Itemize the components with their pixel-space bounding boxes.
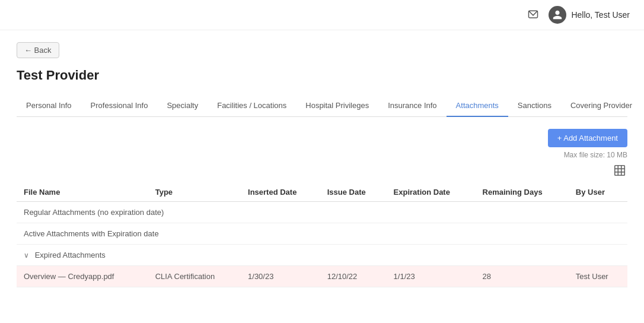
tab-covering-provider[interactable]: Covering Provider (561, 95, 642, 117)
cell-file-name: Overview — Credyapp.pdf (17, 266, 148, 287)
section-active-attachments: Active Attachments with Expiration date (17, 223, 627, 245)
avatar (549, 6, 566, 24)
collapse-toggle-icon: ∨ (24, 251, 29, 259)
col-expiration-date: Expiration Date (387, 183, 476, 202)
col-by-user: By User (569, 183, 627, 202)
export-icon[interactable] (613, 164, 627, 178)
cell-type: CLIA Certification (148, 266, 241, 287)
table-container: File Name Type Inserted Date Issue Date … (17, 183, 627, 287)
tab-insurance-info[interactable]: Insurance Info (378, 95, 446, 117)
add-attachment-button[interactable]: + Add Attachment (548, 129, 627, 147)
col-file-name: File Name (17, 183, 148, 202)
user-info: Hello, Test User (549, 6, 630, 24)
top-bar: Hello, Test User (0, 0, 644, 30)
svg-rect-1 (615, 166, 625, 176)
action-bar: + Add Attachment (17, 129, 627, 147)
notification-icon[interactable] (525, 7, 541, 23)
cell-inserted-date: 1/30/23 (241, 266, 320, 287)
tab-sanctions[interactable]: Sanctions (508, 95, 561, 117)
col-remaining-days: Remaining Days (476, 183, 569, 202)
cell-remaining-days: 28 (476, 266, 569, 287)
table-header-row: File Name Type Inserted Date Issue Date … (17, 183, 627, 202)
section-label-expired: Expired Attachments (35, 251, 106, 259)
tab-internal-date[interactable]: Internal Date (642, 95, 644, 117)
back-button[interactable]: ← Back (17, 42, 59, 58)
cell-issue-date: 12/10/22 (320, 266, 387, 287)
tab-personal-info[interactable]: Personal Info (17, 95, 81, 117)
cell-expiration-date: 1/1/23 (387, 266, 476, 287)
greeting-text: Hello, Test User (571, 10, 630, 20)
table-row: Overview — Credyapp.pdf CLIA Certificati… (17, 266, 627, 287)
tabs-bar: Personal Info Professional Info Specialt… (17, 95, 627, 117)
file-size-note: Max file size: 10 MB (17, 151, 627, 159)
export-icon-row (17, 164, 627, 178)
tab-attachments[interactable]: Attachments (447, 95, 508, 117)
section-label-regular: Regular Attachments (no expiration date) (17, 202, 627, 223)
page-title: Test Provider (17, 68, 627, 83)
cell-by-user: Test User (569, 266, 627, 287)
section-expired-attachments[interactable]: ∨ Expired Attachments (17, 245, 627, 266)
col-inserted-date: Inserted Date (241, 183, 320, 202)
attachments-table: File Name Type Inserted Date Issue Date … (17, 183, 627, 287)
tab-specialty[interactable]: Specialty (157, 95, 208, 117)
tab-facilities-locations[interactable]: Facilities / Locations (208, 95, 296, 117)
col-type: Type (148, 183, 241, 202)
section-label-active: Active Attachments with Expiration date (17, 223, 627, 245)
main-content: ← Back Test Provider Personal Info Profe… (0, 30, 644, 299)
top-bar-icons: Hello, Test User (525, 6, 630, 24)
col-issue-date: Issue Date (320, 183, 387, 202)
tab-hospital-privileges[interactable]: Hospital Privileges (296, 95, 378, 117)
tab-professional-info[interactable]: Professional Info (81, 95, 158, 117)
section-regular-attachments: Regular Attachments (no expiration date) (17, 202, 627, 223)
